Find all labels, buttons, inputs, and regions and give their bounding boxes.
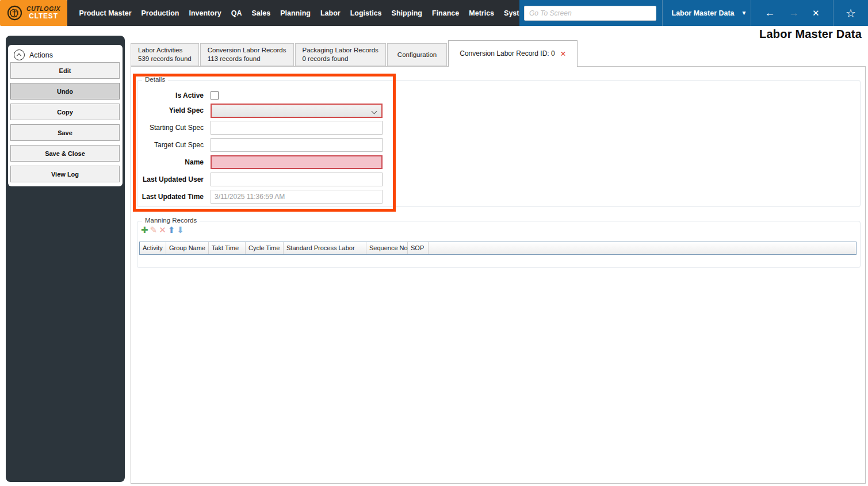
tab-record-count: 0 records found [303,55,378,63]
last-updated-time-label: Last Updated Time [137,190,207,204]
nav-item-shipping[interactable]: Shipping [387,9,427,17]
last-updated-user-label: Last Updated User [137,173,207,186]
tab-title: Labor Activities [138,46,192,55]
tab-record-count: 539 records found [138,55,192,63]
name-input[interactable] [211,155,383,169]
move-down-icon[interactable]: ⬇ [177,225,184,235]
last-updated-time-row: Last Updated Time [137,190,383,204]
view-log-button[interactable]: View Log [10,166,120,182]
actions-box: Actions EditUndoCopySaveSave & CloseView… [8,45,123,186]
column-header-sop[interactable]: SOP [408,242,429,254]
page-title: Labor Master Data [759,28,862,41]
tab-strip: Labor Activities539 records foundConvers… [131,40,866,66]
back-arrow-icon[interactable]: ← [764,0,775,26]
tab-title: Configuration [397,51,437,59]
column-header-takt-time[interactable]: Takt Time [209,242,246,254]
nav-item-product-master[interactable]: Product Master [74,9,136,17]
screen-selector-label: Labor Master Data [672,9,735,17]
last-updated-user-input[interactable] [211,173,383,186]
divider [662,0,663,26]
tab-configuration[interactable]: Configuration [387,43,447,66]
tab-conversion-labor-record-id-0[interactable]: Conversion Labor Record ID: 0✕ [448,40,578,67]
actions-header: Actions [14,49,53,60]
tab-title: Packaging Labor Records [303,46,378,55]
chevron-down-icon [372,108,377,114]
close-tab-icon[interactable]: ✕ [560,49,566,58]
tab-record-count: 113 records found [208,55,286,63]
nav-item-production[interactable]: Production [136,9,184,17]
name-label: Name [137,155,207,169]
close-screen-icon[interactable]: ✕ [812,0,820,26]
tab-conversion-labor-records[interactable]: Conversion Labor Records113 records foun… [200,43,294,66]
nav-item-finance[interactable]: Finance [427,9,464,17]
top-bar-right: Labor Master Data ▼ ← → ✕ ☆ [519,0,868,26]
is-active-row: Is Active [137,89,219,102]
name-row: Name [137,155,383,169]
edit-icon: ✎ [150,225,158,235]
brand-brain-icon [7,5,22,21]
yield-spec-row: Yield Spec [137,104,383,117]
nav-item-inventory[interactable]: Inventory [184,9,226,17]
favorite-star-icon[interactable]: ☆ [833,6,868,20]
environment-name: CLTEST [29,13,58,20]
yield-spec-select[interactable] [211,104,383,118]
move-up-icon[interactable]: ⬆ [168,225,175,235]
copy-button[interactable]: Copy [10,104,120,120]
last-updated-time-input[interactable] [211,190,383,204]
yield-spec-label: Yield Spec [137,104,207,117]
target-cut-spec-label: Target Cut Spec [137,138,207,152]
save-close-button[interactable]: Save & Close [10,145,120,162]
content-area: Labor Activities539 records foundConvers… [131,40,866,484]
app-logo: CUTLOGIX CLTEST [0,0,67,26]
actions-title: Actions [29,51,53,59]
nav-item-labor[interactable]: Labor [315,9,345,17]
manning-records-groupbox: Manning Records ✚✎✕⬆⬇ ActivityGroup Name… [137,221,861,268]
add-icon[interactable]: ✚ [141,225,148,235]
top-menu: Product MasterProductionInventoryQASales… [67,0,519,26]
target-cut-spec-row: Target Cut Spec [137,138,383,152]
screen-selector-dropdown[interactable]: Labor Master Data ▼ [668,0,751,26]
column-header-activity[interactable]: Activity [140,242,166,254]
tab-labor-activities[interactable]: Labor Activities539 records found [131,43,199,66]
forward-arrow-icon[interactable]: → [789,0,799,26]
starting-cut-spec-row: Starting Cut Spec [137,121,383,135]
nav-item-metrics[interactable]: Metrics [464,9,499,17]
brand-name: CUTLOGIX [26,6,60,13]
nav-item-logistics[interactable]: Logistics [345,9,387,17]
chevron-down-icon: ▼ [741,10,747,16]
column-header-standard-process-labor[interactable]: Standard Process Labor [284,242,366,254]
history-navigation: ← → ✕ [751,0,833,26]
nav-item-sales[interactable]: Sales [247,9,276,17]
column-header-cycle-time[interactable]: Cycle Time [246,242,284,254]
edit-button[interactable]: Edit [10,62,120,79]
nav-item-planning[interactable]: Planning [276,9,316,17]
target-cut-spec-input[interactable] [211,138,383,152]
tab-packaging-labor-records[interactable]: Packaging Labor Records0 records found [295,43,386,66]
go-to-screen-input[interactable] [524,6,656,21]
manning-grid-header: ActivityGroup NameTakt TimeCycle TimeSta… [139,242,856,255]
column-header-filler [429,242,856,254]
column-header-group-name[interactable]: Group Name [166,242,209,254]
column-header-sequence-no[interactable]: Sequence No [366,242,408,254]
last-updated-user-row: Last Updated User [137,173,383,186]
details-groupbox: Details Is ActiveYield SpecStarting Cut … [137,80,861,207]
tab-page: Details Is ActiveYield SpecStarting Cut … [131,66,866,484]
starting-cut-spec-input[interactable] [211,121,383,135]
save-button[interactable]: Save [10,124,120,141]
labor-master-data-window: CUTLOGIX CLTEST Product MasterProduction… [0,0,868,486]
manning-toolbar: ✚✎✕⬆⬇ [141,225,184,235]
top-bar: CUTLOGIX CLTEST Product MasterProduction… [0,0,868,26]
collapse-panel-icon[interactable] [14,49,25,60]
is-active-label: Is Active [137,89,207,102]
tab-title: Conversion Labor Record ID: 0 [460,49,555,58]
delete-icon: ✕ [159,225,166,235]
is-active-checkbox[interactable] [211,91,219,100]
actions-side-panel: Actions EditUndoCopySaveSave & CloseView… [6,36,125,482]
manning-records-legend: Manning Records [142,217,200,224]
tab-title: Conversion Labor Records [208,46,286,55]
undo-button[interactable]: Undo [10,83,120,100]
details-fields: Is ActiveYield SpecStarting Cut SpecTarg… [137,81,860,206]
starting-cut-spec-label: Starting Cut Spec [137,121,207,135]
nav-item-qa[interactable]: QA [226,9,247,17]
